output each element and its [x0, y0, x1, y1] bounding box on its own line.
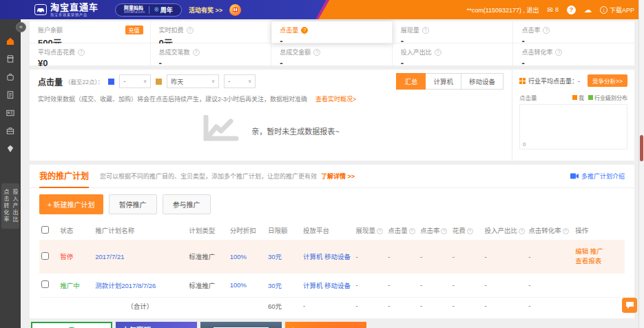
- new-plan-button[interactable]: + 新建推广计划: [39, 194, 103, 214]
- info-icon[interactable]: ?: [409, 228, 415, 234]
- cloud-icon[interactable]: ☁: [584, 6, 592, 14]
- info-icon[interactable]: ?: [313, 49, 320, 56]
- gift-badge-icon[interactable]: [229, 4, 241, 16]
- impressions-value: -: [353, 240, 386, 274]
- info-icon[interactable]: ?: [543, 27, 550, 34]
- info-icon[interactable]: ?: [422, 27, 429, 34]
- info-icon[interactable]: ?: [441, 228, 447, 234]
- stat-total-revenue[interactable]: 总成交金额? -: [271, 43, 393, 65]
- tab-my-plans[interactable]: 我的推广计划: [39, 165, 89, 188]
- sidebar-item-shop[interactable]: [0, 50, 21, 68]
- banner-wireless-promotion[interactable]: 无线直通车推广 引爆店铺销量: [31, 322, 112, 328]
- mail-indicator[interactable]: ✉ 8: [548, 6, 559, 14]
- anniversary-banner[interactable]: 阿里妈妈 Alimama.com ❊ 周年: [115, 3, 182, 17]
- recharge-button[interactable]: 充值: [125, 25, 143, 34]
- info-icon[interactable]: ?: [563, 228, 569, 234]
- download-app-link[interactable]: ↓ 下载APP: [600, 6, 634, 14]
- plan-name-link[interactable]: 测款计划2017/8/7/26: [93, 274, 187, 298]
- user-account-link[interactable]: **com(1150932177) , 退出: [467, 6, 539, 14]
- total-label: （合计）: [93, 297, 187, 314]
- platform-link[interactable]: 计算机 移动设备: [301, 274, 354, 298]
- industry-metric-label: 点击量: [519, 93, 537, 101]
- sidebar-item-reports[interactable]: [0, 85, 21, 103]
- info-icon[interactable]: ?: [519, 228, 525, 234]
- cost-value: -: [450, 240, 483, 274]
- stat-value: -: [521, 58, 626, 68]
- edit-promote-link[interactable]: 编辑 推广: [575, 247, 623, 256]
- header-user-area: **com(1150932177) , 退出 ✉ 8 ? ☁ ↓ 下载APP: [467, 0, 634, 19]
- collapse-sidebar-button[interactable]: «: [16, 22, 26, 32]
- stat-roi[interactable]: 投入产出比? -: [393, 43, 514, 65]
- tab-computer[interactable]: 计算机: [425, 73, 461, 90]
- info-icon[interactable]: ?: [187, 27, 194, 34]
- stat-value: -: [280, 58, 384, 68]
- stat-value: -: [401, 58, 505, 68]
- sidebar-item-premium[interactable]: [0, 139, 21, 157]
- info-icon[interactable]: ?: [555, 49, 562, 56]
- info-icon[interactable]: ?: [377, 228, 383, 234]
- discount-link[interactable]: 100%: [228, 240, 266, 274]
- total-platform: -: [301, 297, 354, 314]
- info-icon[interactable]: ?: [193, 49, 200, 56]
- banner-title: 十年赢销: [122, 326, 197, 328]
- stat-cvr[interactable]: 点击转化率? -: [513, 43, 634, 65]
- stat-total-orders[interactable]: 总成交笔数? -: [151, 43, 272, 65]
- sidebar-item-home[interactable]: [0, 32, 21, 50]
- stat-impressions[interactable]: 展现量? -: [393, 21, 514, 43]
- realtime-overview-link[interactable]: 查看实时概况>: [315, 96, 356, 103]
- chevron-down-icon: ∨: [248, 79, 251, 84]
- daily-limit-link[interactable]: 30元: [266, 274, 301, 298]
- join-promotion-button[interactable]: 参与推广: [163, 194, 211, 214]
- compare-select[interactable]: -∨: [224, 74, 256, 88]
- discount-link[interactable]: 100%: [228, 274, 266, 298]
- gem-icon: [6, 144, 15, 153]
- floating-metrics-widget[interactable]: 点击转化率 投入产出比: [1, 183, 19, 229]
- stat-realtime-cost[interactable]: 实时扣费? 0元: [151, 21, 272, 43]
- stat-avg-click-cost[interactable]: 平均点击花费? ¥0: [30, 43, 151, 65]
- logo-text: 淘宝直通车 淘宝系效果营销产品: [50, 3, 98, 17]
- banner-learning[interactable]: 直通车学习 知识点大集合: [200, 322, 282, 328]
- help-icon[interactable]: ?: [567, 6, 576, 14]
- scrollbar-thumb[interactable]: [640, 135, 643, 161]
- competition-analysis-button[interactable]: 竞争分析>>: [588, 74, 627, 87]
- industry-header: 行业平均点击量：- 竞争分析>>: [519, 74, 627, 87]
- sidebar-item-tools[interactable]: [0, 121, 21, 139]
- row-checkbox[interactable]: [41, 252, 49, 260]
- tab-mobile[interactable]: 移动设备: [461, 73, 503, 90]
- plan-name-link[interactable]: 2017/7/21: [93, 240, 187, 274]
- total-clicks: -: [386, 297, 418, 314]
- app-logo[interactable]: 淘宝直通车 淘宝系效果营销产品: [34, 3, 98, 17]
- sidebar-item-products[interactable]: [0, 68, 21, 85]
- select-all-checkbox[interactable]: [41, 226, 49, 234]
- learn-more-link[interactable]: 了解详情 >>: [321, 172, 355, 181]
- info-icon[interactable]: ?: [467, 228, 473, 234]
- daily-limit-link[interactable]: 30元: [266, 240, 301, 274]
- multi-plan-intro-link[interactable]: 多推广计划介绍: [570, 172, 625, 181]
- chevron-down-icon: ∨: [143, 79, 147, 84]
- platform-link[interactable]: 计算机 移动设备: [301, 240, 354, 274]
- stat-ctr[interactable]: 点击率? -: [513, 21, 634, 43]
- axis-zero-label: 0: [523, 141, 526, 147]
- account-stats-panel: 账户余额 500元 充值 实时扣费? 0元 点击量? - 展现量? - 点击率?…: [30, 21, 634, 65]
- pause-promotion-button[interactable]: 暂停推广: [109, 194, 157, 214]
- stat-label: 实时扣费: [159, 25, 184, 34]
- date-select[interactable]: 昨天∨: [167, 74, 219, 88]
- help-icon[interactable]: ?: [301, 27, 308, 34]
- view-report-link[interactable]: 查看报表: [575, 256, 623, 266]
- metric-select[interactable]: -∨: [119, 74, 151, 88]
- stat-clicks[interactable]: 点击量? -: [271, 21, 393, 43]
- tab-summary[interactable]: 汇总: [396, 73, 426, 90]
- stat-balance[interactable]: 账户余额 500元 充值: [30, 21, 151, 43]
- sidebar-item-account[interactable]: [0, 103, 21, 121]
- promo-link[interactable]: 活动有奖 >>: [189, 6, 222, 14]
- info-icon[interactable]: ?: [78, 49, 85, 56]
- divider: [149, 6, 149, 14]
- info-icon[interactable]: ?: [435, 49, 442, 56]
- stat-label: 投入产出比: [401, 48, 432, 57]
- scrollbar[interactable]: [638, 0, 644, 328]
- banner-august-handbook[interactable]: 8月直钻营销 必备手册: [285, 322, 366, 328]
- chat-button[interactable]: [622, 298, 637, 313]
- stat-value: ¥0: [38, 58, 142, 68]
- banner-anniversary[interactable]: 十年赢销 从新出发 阿里妈妈｜10周年: [116, 322, 197, 328]
- row-checkbox[interactable]: [41, 280, 49, 288]
